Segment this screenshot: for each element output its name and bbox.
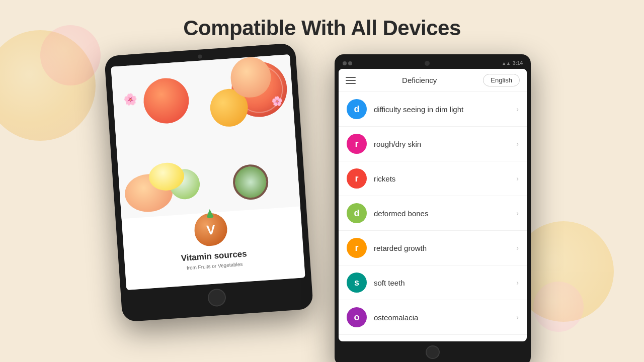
- app-icon-fruit: V: [193, 212, 228, 247]
- tablet-camera: [198, 54, 202, 59]
- flower-2: 🌸: [271, 95, 283, 107]
- wifi-icon: ▲▲: [502, 61, 511, 66]
- deficiency-item-text: rickets: [374, 174, 509, 183]
- deficiency-item-arrow: ›: [516, 279, 519, 287]
- deficiency-list-item[interactable]: ddifficulty seeing in dim light›: [339, 92, 527, 127]
- language-button[interactable]: English: [483, 74, 520, 86]
- deficiency-item-text: rough/dry skin: [374, 140, 509, 148]
- deficiency-item-text: difficulty seeing in dim light: [374, 105, 509, 114]
- phone-device: ▲▲ 3:14 Deficiency English ddiff: [335, 54, 531, 362]
- deficiency-item-arrow: ›: [516, 105, 519, 113]
- phone-top-bar: ▲▲ 3:14: [338, 60, 528, 69]
- deficiency-list-item[interactable]: oosteomalacia›: [339, 300, 527, 335]
- deficiency-item-text: soft teeth: [374, 279, 509, 287]
- app-icon-leaf: [205, 209, 214, 219]
- phone-status-right: ▲▲ 3:14: [502, 60, 523, 66]
- fruit-grapefruit-2: [142, 76, 190, 125]
- phone-dot-2: [348, 61, 352, 65]
- deficiency-item-arrow: ›: [516, 140, 519, 148]
- deficiency-item-text: deformed bones: [374, 209, 509, 218]
- flower-1: 🌸: [123, 93, 137, 107]
- phone-dot-1: [343, 61, 347, 65]
- tablet-screen: 🌸 🌸 V Vitamin sources from Fruits or Veg…: [111, 54, 305, 290]
- phone-time: 3:14: [513, 60, 523, 66]
- deficiency-list-item[interactable]: rrough/dry skin›: [339, 127, 527, 161]
- phone-app-header: Deficiency English: [339, 69, 527, 92]
- deficiency-item-arrow: ›: [516, 174, 519, 183]
- tablet-screen-content: 🌸 🌸 V Vitamin sources from Fruits or Veg…: [111, 54, 305, 290]
- deficiency-item-arrow: ›: [516, 209, 519, 217]
- deficiency-letter-circle: r: [347, 134, 367, 154]
- tablet-home-button[interactable]: [207, 288, 226, 307]
- deficiency-item-arrow: ›: [516, 244, 519, 252]
- fruit-kiwi: [232, 163, 270, 201]
- phone-screen: Deficiency English ddifficulty seeing in…: [339, 69, 527, 341]
- deficiency-list: ddifficulty seeing in dim light›rrough/d…: [339, 92, 527, 341]
- deficiency-item-text: retarded growth: [374, 244, 509, 252]
- devices-container: 🌸 🌸 V Vitamin sources from Fruits or Veg…: [0, 49, 644, 362]
- page-container: Compatible With All Devices 🌸: [0, 0, 644, 362]
- deficiency-list-item[interactable]: ssoftened bones›: [339, 335, 527, 341]
- page-title: Compatible With All Devices: [183, 16, 461, 40]
- deficiency-letter-circle: d: [347, 203, 367, 223]
- app-header-title: Deficiency: [402, 76, 437, 84]
- deficiency-item-text: osteomalacia: [374, 313, 509, 322]
- fruits-background: 🌸 🌸: [111, 54, 300, 219]
- deficiency-list-item[interactable]: rretarded growth›: [339, 231, 527, 265]
- hamburger-line-2: [346, 80, 356, 81]
- deficiency-list-item[interactable]: ddeformed bones›: [339, 196, 527, 231]
- phone-camera: [425, 61, 430, 66]
- app-icon: V: [193, 212, 231, 249]
- hamburger-line-3: [346, 83, 356, 84]
- phone-indicators: [343, 61, 352, 65]
- tablet-device: 🌸 🌸 V Vitamin sources from Fruits or Veg…: [104, 43, 313, 322]
- deficiency-letter-circle: r: [347, 238, 367, 258]
- deficiency-letter-circle: d: [347, 99, 367, 119]
- app-icon-container: V Vitamin sources from Fruits or Vegetab…: [178, 211, 248, 271]
- deficiency-letter-circle: s: [347, 273, 367, 293]
- deficiency-letter-circle: r: [347, 168, 367, 189]
- deficiency-list-item[interactable]: rrickets›: [339, 161, 527, 196]
- deficiency-list-item[interactable]: ssoft teeth›: [339, 265, 527, 300]
- hamburger-menu-icon[interactable]: [346, 77, 356, 84]
- app-icon-letter: V: [206, 222, 215, 238]
- deficiency-item-arrow: ›: [516, 313, 519, 321]
- hamburger-line-1: [346, 77, 356, 78]
- deficiency-letter-circle: o: [347, 307, 367, 327]
- phone-home-button[interactable]: [426, 345, 440, 359]
- app-title-sub: from Fruits or Vegetables: [187, 261, 243, 271]
